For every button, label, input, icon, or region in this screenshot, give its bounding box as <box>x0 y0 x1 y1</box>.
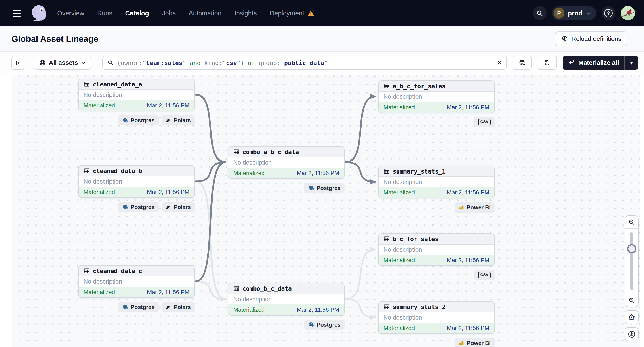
reload-definitions-button[interactable]: Reload definitions <box>555 31 628 46</box>
table-icon <box>233 149 240 155</box>
lineage-edge-combo_a_b_c_data-to-a_b_c_for_sales <box>346 96 376 162</box>
postgres-icon <box>122 117 128 123</box>
asset-node-cleaned_data_c[interactable]: cleaned_data_c No description Materializ… <box>78 265 195 298</box>
kind-tag-powerbi[interactable]: Power BI <box>454 338 495 347</box>
download-image-button[interactable] <box>624 327 639 341</box>
asset-status-bar: Materialized Mar 2, 11:56 PM <box>378 102 494 112</box>
asset-description: No description <box>79 277 194 287</box>
table-icon <box>233 285 240 292</box>
materialize-options-caret[interactable]: ▾ <box>625 56 638 70</box>
expand-sidebar-button[interactable] <box>12 56 24 70</box>
deployment-badge: P <box>554 8 564 18</box>
globe-plus-icon <box>519 59 526 66</box>
nav-links: OverviewRunsCatalogJobsAutomationInsight… <box>57 9 314 17</box>
zoom-slider[interactable] <box>630 232 633 290</box>
asset-node-cleaned_data_a[interactable]: cleaned_data_a No description Materializ… <box>78 79 195 111</box>
asset-node-a_b_c_for_sales[interactable]: a_b_c_for_sales No description Materiali… <box>378 80 495 113</box>
kind-tag-postgres[interactable]: Postgres <box>304 320 344 330</box>
materialize-all-button[interactable]: Materialize all ▾ <box>563 56 638 70</box>
asset-timestamp: Mar 2, 11:56 PM <box>297 306 339 313</box>
kind-tag-label: Postgres <box>317 185 340 191</box>
user-avatar[interactable] <box>621 6 635 20</box>
polars-icon <box>166 204 172 210</box>
asset-node-summary_stats_1[interactable]: summary_stats_1 No description Materiali… <box>378 166 495 198</box>
asset-description: No description <box>378 177 494 187</box>
asset-status: Materialized <box>384 257 415 264</box>
polars-icon <box>166 118 172 123</box>
reload-definitions-label: Reload definitions <box>572 35 621 42</box>
kind-tag-polars[interactable]: Polars <box>162 202 195 212</box>
asset-timestamp: Mar 2, 11:56 PM <box>447 104 489 111</box>
asset-tags: Power BI <box>378 202 495 213</box>
asset-name: summary_stats_2 <box>392 304 445 310</box>
kind-tag-powerbi[interactable]: Power BI <box>454 202 495 213</box>
lineage-edge-combo_a_b_c_data-to-summary_stats_1 <box>346 162 376 182</box>
asset-node-combo_b_c_data[interactable]: combo_b_c_data No description Materializ… <box>228 283 344 316</box>
deployment-name: prod <box>568 9 582 17</box>
kind-tag-postgres[interactable]: Postgres <box>118 302 159 312</box>
lineage-edge-combo_b_c_data-to-summary_stats_2 <box>346 299 376 317</box>
zoom-in-button[interactable] <box>625 216 638 229</box>
table-icon <box>84 268 90 274</box>
nav-item-label: Overview <box>57 9 84 17</box>
asset-node-b_c_for_sales[interactable]: b_c_for_sales No description Materialize… <box>378 233 495 266</box>
help-button[interactable]: ? <box>602 6 616 20</box>
asset-filter-input[interactable]: (owner:"team:sales" and kind:"csv") or g… <box>102 56 507 70</box>
search-icon[interactable] <box>533 6 546 20</box>
asset-tags: csv <box>378 270 495 280</box>
kind-tag-postgres[interactable]: Postgres <box>304 183 344 193</box>
asset-status: Materialized <box>84 189 115 196</box>
asset-status: Materialized <box>84 289 115 296</box>
fetch-external-assets-button[interactable] <box>512 56 532 70</box>
refresh-button[interactable] <box>538 56 557 70</box>
asset-node-summary_stats_2[interactable]: summary_stats_2 No description Materiali… <box>378 301 495 334</box>
asset-tags: Postgres <box>228 320 344 330</box>
kind-tag-csv[interactable]: csv <box>474 270 495 280</box>
asset-status: Materialized <box>233 170 264 177</box>
asset-name: a_b_c_for_sales <box>392 83 445 89</box>
asset-status-bar: Materialized Mar 2, 11:56 PM <box>228 168 344 178</box>
asset-description: No description <box>79 176 194 187</box>
asset-status-bar: Materialized Mar 2, 11:56 PM <box>378 187 494 198</box>
deployment-switcher[interactable]: P prod <box>552 6 596 20</box>
asset-node-combo_a_b_c_data[interactable]: combo_a_b_c_data No description Material… <box>228 146 344 179</box>
kind-tag-csv[interactable]: csv <box>474 117 495 127</box>
nav-item-automation[interactable]: Automation <box>188 9 222 17</box>
graph-settings-button[interactable]: ⚙ <box>624 310 639 324</box>
nav-item-deployment[interactable]: Deployment <box>270 9 314 17</box>
asset-name: cleaned_data_c <box>93 268 142 275</box>
asset-timestamp: Mar 2, 11:56 PM <box>447 189 489 196</box>
zoom-slider-thumb[interactable] <box>627 244 636 253</box>
kind-tag-label: Power BI <box>467 204 491 211</box>
clear-filter-icon[interactable]: × <box>497 58 502 67</box>
asset-scope-dropdown[interactable]: All assets <box>34 56 91 70</box>
asset-tags: PostgresPolars <box>78 202 195 212</box>
asset-name: combo_b_c_data <box>242 285 292 292</box>
dagster-logo[interactable] <box>29 3 49 23</box>
asset-tags: PostgresPolars <box>78 115 195 125</box>
nav-item-label: Jobs <box>162 9 176 17</box>
question-icon: ? <box>604 9 613 17</box>
page-header: Global Asset Lineage Reload definitions <box>0 26 644 52</box>
kind-tag-label: Polars <box>174 117 191 124</box>
nav-item-catalog[interactable]: Catalog <box>125 9 149 17</box>
kind-tag-polars[interactable]: Polars <box>162 115 195 125</box>
nav-item-jobs[interactable]: Jobs <box>162 9 176 17</box>
asset-timestamp: Mar 2, 11:56 PM <box>147 289 190 296</box>
kind-tag-postgres[interactable]: Postgres <box>118 202 159 212</box>
asset-description: No description <box>228 157 344 168</box>
asset-name: cleaned_data_a <box>93 81 142 88</box>
zoom-out-button[interactable] <box>625 294 638 307</box>
kind-tag-polars[interactable]: Polars <box>162 302 195 312</box>
nav-item-overview[interactable]: Overview <box>57 9 84 17</box>
menu-icon[interactable] <box>12 10 22 17</box>
globe-icon <box>39 59 46 66</box>
asset-node-cleaned_data_b[interactable]: cleaned_data_b No description Materializ… <box>78 165 195 198</box>
lineage-canvas[interactable]: cleaned_data_a No description Materializ… <box>0 75 644 347</box>
asset-name: cleaned_data_b <box>93 167 142 174</box>
kind-tag-postgres[interactable]: Postgres <box>118 115 159 125</box>
nav-item-insights[interactable]: Insights <box>234 9 257 17</box>
asset-status-bar: Materialized Mar 2, 11:56 PM <box>378 255 494 266</box>
table-icon <box>384 236 390 242</box>
nav-item-runs[interactable]: Runs <box>97 9 112 17</box>
